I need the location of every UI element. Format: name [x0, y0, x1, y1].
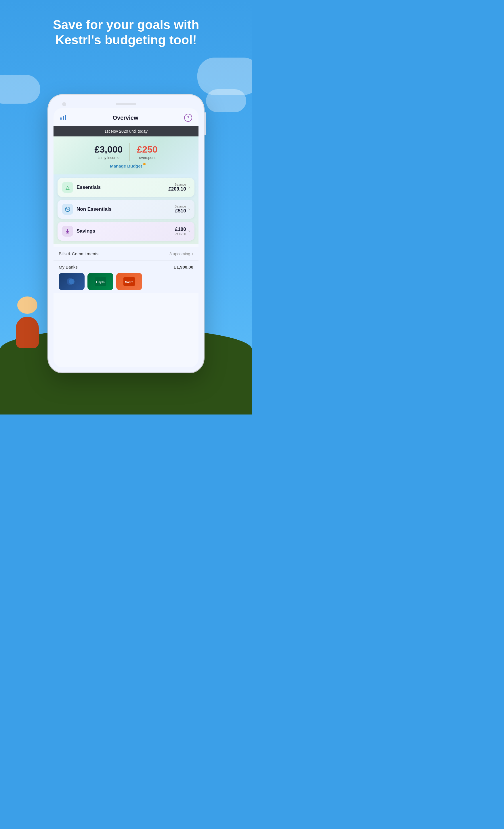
income-amount: £3,000 [94, 144, 122, 155]
savings-name: Savings [77, 228, 95, 234]
bank-logos-row: Lloyds Monzo [59, 273, 193, 290]
manage-budget-label: Manage Budget [110, 164, 142, 168]
bills-chevron-icon: › [192, 252, 193, 256]
non-essentials-name: Non Essentials [77, 206, 112, 212]
phone-frame: Overview ? 1st Nov 2020 until today £3,0… [48, 95, 204, 372]
banks-header: My Banks £1,900.00 [59, 264, 193, 269]
date-range-text: 1st Nov 2020 until today [105, 129, 148, 134]
income-row: £3,000 is my income £250 overspent [59, 143, 193, 160]
manage-budget-link[interactable]: Manage Budget [110, 164, 142, 168]
help-button[interactable]: ? [184, 114, 192, 122]
savings-left: Savings [62, 226, 95, 237]
bills-right: 3 upcoming › [169, 252, 193, 256]
bank-logo-monzo-blue[interactable] [59, 273, 85, 290]
non-essentials-balance-group: Balance £510 [175, 205, 186, 214]
phone-side-button [204, 112, 206, 135]
essentials-balance-amount: £209.10 [168, 186, 186, 192]
essentials-card[interactable]: △ Essentials Balance £209.10 › [57, 178, 194, 197]
page-title: Overview [113, 115, 139, 121]
essentials-balance-group: Balance £209.10 [168, 183, 186, 192]
essentials-chevron-icon: › [188, 185, 190, 190]
manage-budget-notification-dot [143, 163, 146, 165]
essentials-icon: △ [62, 182, 73, 193]
income-section: £3,000 is my income £250 overspent Manag… [53, 137, 198, 174]
character [9, 299, 46, 357]
savings-balance-group: £100 of £200 [175, 226, 186, 236]
savings-balance-amount: £100 [175, 226, 186, 232]
non-essentials-balance-amount: £510 [175, 208, 186, 214]
banks-title: My Banks [59, 264, 78, 269]
non-essentials-right: Balance £510 › [175, 205, 190, 214]
essentials-right: Balance £209.10 › [168, 183, 190, 192]
non-essentials-icon [62, 204, 73, 215]
non-essentials-card[interactable]: Non Essentials Balance £510 › [57, 200, 194, 219]
cloud-right-small [206, 89, 246, 112]
svg-rect-2 [65, 115, 66, 120]
app-screen: Overview ? 1st Nov 2020 until today £3,0… [53, 108, 198, 367]
non-essentials-chevron-icon: › [188, 207, 190, 212]
svg-rect-1 [63, 116, 64, 120]
svg-rect-0 [61, 117, 62, 120]
manage-budget-row: Manage Budget [59, 164, 193, 169]
income-left: £3,000 is my income [94, 144, 129, 160]
banks-total-amount: £1,900.00 [174, 264, 193, 269]
savings-icon [62, 226, 73, 237]
overspent-label: overspent [137, 155, 157, 160]
bills-section[interactable]: Bills & Commitments 3 upcoming › [53, 247, 198, 260]
non-essentials-balance-label: Balance [175, 205, 186, 208]
category-cards-container: △ Essentials Balance £209.10 › [53, 174, 198, 244]
svg-text:Monzo: Monzo [125, 281, 133, 284]
income-label: is my income [94, 155, 122, 160]
essentials-left: △ Essentials [62, 182, 101, 193]
savings-chevron-icon: › [188, 228, 190, 234]
bills-title: Bills & Commitments [59, 251, 99, 256]
bank-logo-lloyds[interactable]: Lloyds [87, 273, 113, 290]
phone-top-bar [53, 103, 198, 105]
phone-body: Overview ? 1st Nov 2020 until today £3,0… [48, 95, 204, 372]
bills-upcoming-count: 3 upcoming [169, 252, 190, 256]
phone-camera [62, 102, 66, 106]
bank-logo-monzo-orange[interactable]: Monzo [116, 273, 142, 290]
savings-balance-sub: of £200 [175, 232, 186, 236]
cloud-left [0, 75, 40, 104]
essentials-name: Essentials [77, 184, 101, 190]
chart-icon[interactable] [60, 113, 67, 122]
help-icon: ? [187, 115, 190, 120]
date-bar: 1st Nov 2020 until today [53, 126, 198, 137]
svg-point-6 [69, 279, 75, 284]
essentials-balance-label: Balance [168, 183, 186, 186]
svg-text:Lloyds: Lloyds [96, 281, 105, 284]
svg-rect-4 [66, 232, 69, 233]
headline-line1: Save for your goals with [53, 17, 199, 32]
non-essentials-left: Non Essentials [62, 204, 112, 215]
overspent-right: £250 overspent [130, 144, 157, 160]
banks-section: My Banks £1,900.00 Lloyds [53, 260, 198, 293]
character-head [17, 296, 37, 314]
overspent-amount: £250 [137, 144, 157, 155]
savings-right: £100 of £200 › [175, 226, 190, 236]
savings-card[interactable]: Savings £100 of £200 › [57, 222, 194, 241]
headline-line2: Kestrl's budgeting tool! [55, 33, 197, 47]
app-header: Overview ? [53, 108, 198, 126]
character-body [16, 317, 39, 348]
phone-speaker [116, 103, 136, 105]
headline: Save for your goals with Kestrl's budget… [0, 17, 252, 48]
